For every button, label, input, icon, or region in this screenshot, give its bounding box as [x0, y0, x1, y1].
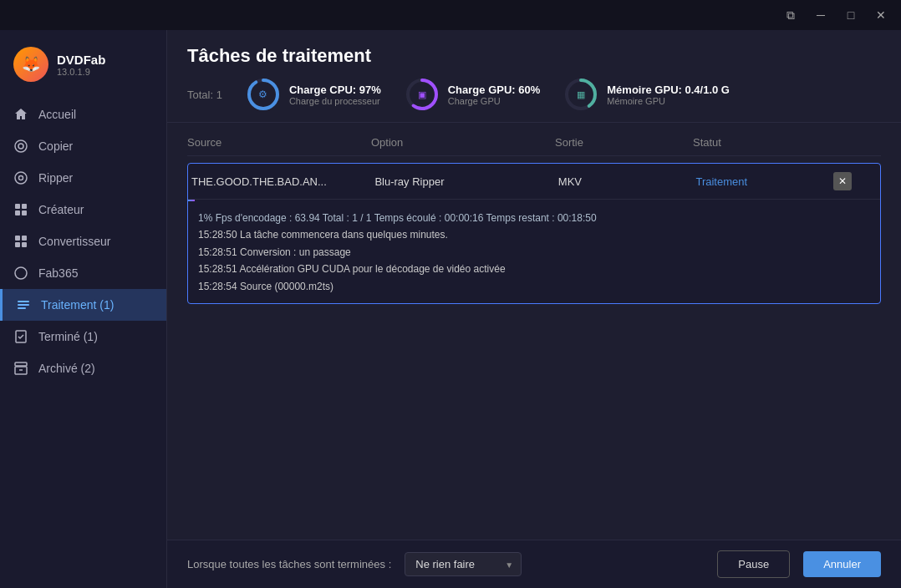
sidebar-label-accueil: Accueil: [38, 108, 76, 121]
svg-rect-6: [15, 210, 20, 215]
col-source: Source: [187, 136, 371, 149]
sidebar-item-traitement[interactable]: Traitement (1): [0, 289, 166, 321]
cpu-metric: ⚙ Charge CPU: 97% Charge du processeur: [246, 77, 381, 112]
gpu-mem-label: Mémoire GPU: 0.4/1.0 G: [607, 84, 730, 96]
createur-icon: [13, 202, 28, 217]
gpu-mem-icon: ▦: [577, 89, 585, 100]
termine-icon: [13, 329, 28, 344]
svg-rect-13: [18, 301, 29, 302]
svg-point-3: [19, 176, 23, 180]
svg-rect-15: [18, 307, 26, 309]
convertisseur-icon: [13, 234, 28, 249]
sidebar-label-traitement: Traitement (1): [41, 298, 114, 312]
gpu-mem-metric: ▦ Mémoire GPU: 0.4/1.0 G Mémoire GPU: [563, 77, 730, 112]
restore-button[interactable]: ⧉: [777, 3, 804, 27]
sidebar-item-termine[interactable]: Terminé (1): [0, 321, 166, 352]
cpu-text: Charge CPU: 97% Charge du processeur: [289, 84, 381, 106]
gpu-mem-text: Mémoire GPU: 0.4/1.0 G Mémoire GPU: [607, 84, 730, 106]
app-name: DVDFab: [57, 53, 105, 67]
minimize-button[interactable]: ─: [807, 3, 834, 27]
sidebar-label-archive: Archivé (2): [38, 362, 95, 375]
task-row-container: THE.GOOD.THE.BAD.AN... Blu-ray Ripper MK…: [187, 163, 881, 304]
sidebar-label-createur: Créateur: [38, 203, 84, 216]
sidebar-label-convertisseur: Convertisseur: [38, 235, 110, 248]
sidebar-item-archive[interactable]: Archivé (2): [0, 352, 166, 384]
log-line-1: 15:28:50 La tâche commencera dans quelqu…: [198, 226, 870, 243]
app-version: 13.0.1.9: [57, 67, 105, 77]
sidebar-label-fab365: Fab365: [38, 266, 78, 280]
title-bar: ⧉ ─ □ ✕: [0, 0, 901, 30]
sidebar-item-ripper[interactable]: Ripper: [0, 162, 166, 194]
footer-select-wrap: Ne rien faire Éteindre Mettre en veille …: [405, 552, 522, 576]
log-line-3: 15:28:51 Accélération GPU CUDA pour le d…: [198, 261, 870, 277]
cpu-sublabel: Charge du processeur: [289, 96, 381, 106]
app-container: 🦊 DVDFab 13.0.1.9 Accueil Copier Ripper: [0, 30, 901, 588]
pause-button[interactable]: Pause: [717, 550, 790, 578]
row-source: THE.GOOD.THE.BAD.AN...: [188, 175, 371, 188]
row-statut: Traitement: [692, 175, 830, 188]
footer: Lorsque toutes les tâches sont terminées…: [167, 540, 901, 588]
sidebar-item-createur[interactable]: Créateur: [0, 194, 166, 226]
log-area: 1% Fps d'encodage : 63.94 Total : 1 / 1 …: [188, 201, 880, 303]
traitement-icon: [16, 297, 31, 312]
sidebar-item-convertisseur[interactable]: Convertisseur: [0, 226, 166, 257]
svg-rect-9: [22, 236, 27, 241]
cpu-circle: ⚙: [246, 77, 281, 112]
gpu-circle: ▣: [405, 77, 440, 112]
completion-action-select[interactable]: Ne rien faire Éteindre Mettre en veille: [405, 552, 522, 576]
logo-icon: 🦊: [13, 47, 48, 82]
gpu-sublabel: Charge GPU: [448, 96, 541, 106]
page-title: Tâches de traitement: [187, 45, 881, 67]
header-info: Total: 1 ⚙ Charge CPU: 97% Charge du pro…: [187, 77, 881, 112]
maximize-button[interactable]: □: [837, 3, 864, 27]
ripper-icon: [13, 170, 28, 185]
task-table: Source Option Sortie Statut THE.GOOD.THE…: [167, 129, 901, 540]
svg-point-1: [18, 144, 23, 149]
col-option: Option: [371, 136, 555, 149]
archive-icon: [13, 361, 28, 376]
svg-rect-17: [15, 362, 27, 366]
sidebar-item-fab365[interactable]: Fab365: [0, 257, 166, 289]
fab365-icon: [13, 266, 28, 281]
col-sortie: Sortie: [555, 136, 693, 149]
svg-rect-10: [15, 242, 20, 247]
gpu-label: Charge GPU: 60%: [448, 84, 541, 96]
cpu-icon: ⚙: [258, 89, 267, 100]
gpu-mem-sublabel: Mémoire GPU: [607, 96, 730, 106]
svg-rect-5: [22, 204, 27, 209]
sidebar-label-termine: Terminé (1): [38, 330, 98, 343]
copy-icon: [13, 139, 28, 154]
svg-point-12: [15, 267, 27, 279]
row-close-button[interactable]: ✕: [833, 172, 852, 190]
logo-text: DVDFab 13.0.1.9: [57, 53, 105, 77]
main-header: Tâches de traitement Total: 1 ⚙ Charge C…: [167, 30, 901, 123]
svg-rect-11: [22, 242, 27, 247]
table-row: THE.GOOD.THE.BAD.AN... Blu-ray Ripper MK…: [188, 164, 880, 200]
cpu-label: Charge CPU: 97%: [289, 84, 381, 96]
sidebar-item-accueil[interactable]: Accueil: [0, 99, 166, 130]
close-button[interactable]: ✕: [868, 3, 894, 27]
log-line-0: 1% Fps d'encodage : 63.94 Total : 1 / 1 …: [198, 210, 870, 226]
log-line-2: 15:28:51 Conversion : un passage: [198, 244, 870, 261]
row-sortie: MKV: [555, 175, 693, 188]
table-header: Source Option Sortie Statut: [187, 129, 881, 156]
svg-rect-8: [15, 236, 20, 241]
gpu-text: Charge GPU: 60% Charge GPU: [448, 84, 541, 106]
svg-rect-7: [22, 210, 27, 215]
sidebar-item-copier[interactable]: Copier: [0, 130, 166, 162]
col-actions: [831, 136, 881, 149]
total-label: Total: 1: [187, 89, 222, 101]
sidebar: 🦊 DVDFab 13.0.1.9 Accueil Copier Ripper: [0, 30, 167, 588]
footer-label: Lorsque toutes les tâches sont terminées…: [187, 558, 391, 570]
window-controls: ⧉ ─ □ ✕: [777, 3, 894, 27]
home-icon: [13, 107, 28, 122]
gpu-mem-circle: ▦: [563, 77, 598, 112]
row-actions: ✕: [830, 172, 880, 190]
cancel-button[interactable]: Annuler: [803, 551, 881, 577]
row-option: Blu-ray Ripper: [371, 175, 554, 188]
svg-rect-14: [18, 304, 29, 306]
log-line-4: 15:28:54 Source (00000.m2ts): [198, 278, 870, 295]
main-content: Tâches de traitement Total: 1 ⚙ Charge C…: [167, 30, 901, 588]
app-logo: 🦊 DVDFab 13.0.1.9: [0, 37, 166, 99]
sidebar-label-copier: Copier: [38, 139, 73, 153]
